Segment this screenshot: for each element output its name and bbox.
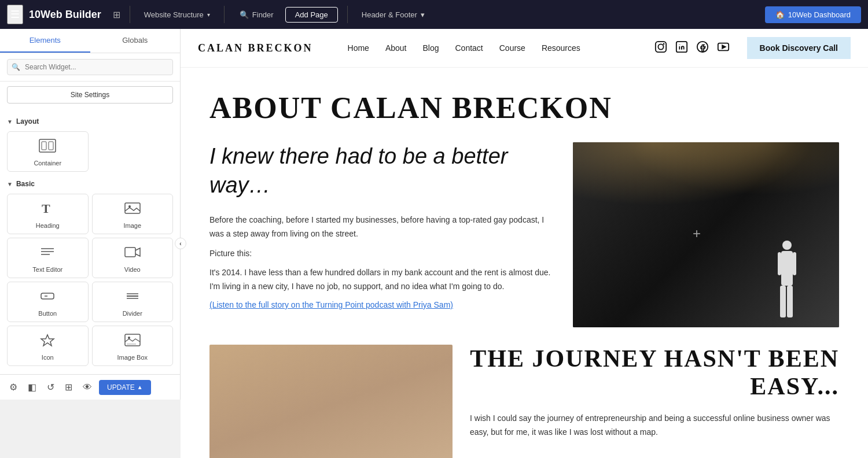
widget-icon-icon xyxy=(39,333,56,350)
widget-container[interactable]: Container xyxy=(7,131,89,172)
sidebar-tabs: Elements Globals xyxy=(0,29,180,53)
widget-label: Divider xyxy=(123,310,142,317)
nav-blog[interactable]: Blog xyxy=(422,43,439,53)
widget-text-editor[interactable]: Text Editor xyxy=(7,238,89,278)
svg-rect-1 xyxy=(42,142,46,150)
svg-rect-19 xyxy=(655,41,665,51)
responsive-button[interactable]: ⊞ xyxy=(61,378,76,396)
stage-image: + xyxy=(573,142,839,327)
site-header: Calan Breckon Home About Blog Contact Co… xyxy=(181,29,868,68)
sidebar-collapse-handle[interactable]: ‹ xyxy=(175,238,186,249)
widget-button[interactable]: Button xyxy=(7,282,89,322)
preview-button[interactable]: 👁 xyxy=(79,379,95,396)
nav-contact[interactable]: Contact xyxy=(455,43,483,53)
update-button[interactable]: UPDATE ▲ xyxy=(99,380,151,395)
basic-widgets-grid: T Heading Image xyxy=(0,190,180,370)
widget-image[interactable]: Image xyxy=(92,194,174,234)
youtube-icon[interactable] xyxy=(717,40,730,56)
svg-rect-9 xyxy=(125,248,135,257)
content-row-1: I knew there had to be a better way… Bef… xyxy=(209,142,839,327)
button-icon xyxy=(39,289,56,306)
svg-rect-29 xyxy=(782,241,792,250)
grid-icon[interactable]: ⊞ xyxy=(113,9,120,20)
svg-rect-34 xyxy=(787,286,793,317)
journey-section: The Journey Hasn't Been Easy... I wish I… xyxy=(470,345,839,439)
svg-marker-28 xyxy=(722,45,726,49)
sidebar-wrapper: Elements Globals 🔍 Site Settings ▼ Layou… xyxy=(0,29,181,458)
nav-about[interactable]: About xyxy=(385,43,407,53)
app-logo: 10Web Builder xyxy=(29,9,101,21)
settings-button[interactable]: ⚙ xyxy=(6,378,21,396)
layers-button[interactable]: ◧ xyxy=(24,378,40,396)
about-heading: About Calan Breckon xyxy=(209,91,839,125)
divider xyxy=(130,6,130,23)
page-content: About Calan Breckon I knew there had to … xyxy=(181,68,868,458)
nav-course[interactable]: Course xyxy=(499,43,525,53)
history-button[interactable]: ↺ xyxy=(43,378,58,396)
search-input[interactable] xyxy=(7,59,173,75)
svg-text:T: T xyxy=(42,201,50,215)
responsive-icon: ⊞ xyxy=(65,382,72,392)
widget-label: Image xyxy=(123,222,141,229)
container-icon xyxy=(39,139,56,156)
sidebar-content: ▼ Layout Container ▼ Basic xyxy=(0,108,180,374)
svg-rect-33 xyxy=(780,286,786,317)
site-nav: Home About Blog Contact Course Resources xyxy=(348,43,643,53)
body-text-1: Before the coaching, before I started my… xyxy=(209,213,556,241)
website-structure-button[interactable]: Website Structure ▾ xyxy=(139,8,215,21)
podcast-link[interactable]: (Listen to the full story on the Turning… xyxy=(209,300,453,309)
basic-section-header[interactable]: ▼ Basic xyxy=(0,175,180,190)
chevron-up-icon: ▲ xyxy=(137,384,143,390)
layout-widgets-grid: Container xyxy=(0,128,180,175)
content-row-2: The Journey Hasn't Been Easy... I wish I… xyxy=(209,345,839,458)
heading-icon: T xyxy=(39,201,56,219)
layout-section-header[interactable]: ▼ Layout xyxy=(0,113,180,128)
dashboard-button[interactable]: 🏠 10Web Dashboard xyxy=(765,6,861,23)
tab-globals[interactable]: Globals xyxy=(90,29,181,53)
widget-divider[interactable]: Divider xyxy=(92,282,174,322)
nav-resources[interactable]: Resources xyxy=(542,43,580,53)
svg-point-21 xyxy=(663,43,664,45)
header-footer-button[interactable]: Header & Footer ▾ xyxy=(357,8,429,21)
svg-point-20 xyxy=(658,44,663,49)
site-settings-button[interactable]: Site Settings xyxy=(7,86,173,104)
linkedin-icon[interactable] xyxy=(675,40,688,56)
top-bar: ☰ 10Web Builder ⊞ Website Structure ▾ 🔍 … xyxy=(0,0,868,29)
divider-icon xyxy=(124,289,141,306)
svg-marker-15 xyxy=(41,335,54,346)
site-logo: Calan Breckon xyxy=(198,42,313,54)
sidebar: Elements Globals 🔍 Site Settings ▼ Layou… xyxy=(0,29,181,400)
journey-heading: The Journey Hasn't Been Easy... xyxy=(470,345,839,400)
widget-icon-widget[interactable]: Icon xyxy=(7,326,89,366)
canvas: Calan Breckon Home About Blog Contact Co… xyxy=(181,29,868,458)
finder-button[interactable]: 🔍 Finder xyxy=(234,8,279,21)
instagram-icon[interactable] xyxy=(654,40,667,56)
image-box-icon xyxy=(124,333,141,350)
widget-label: Heading xyxy=(36,222,60,229)
hamburger-menu-button[interactable]: ☰ xyxy=(7,5,23,24)
facebook-icon[interactable] xyxy=(696,40,709,56)
tagline: I knew there had to be a better way… xyxy=(209,142,556,200)
chevron-down-icon: ▾ xyxy=(421,10,425,19)
stage-image-container: + xyxy=(573,142,839,327)
person-image xyxy=(209,345,453,458)
settings-icon: ⚙ xyxy=(9,382,17,392)
text-editor-icon xyxy=(39,245,56,263)
widget-image-box[interactable]: Image Box xyxy=(92,326,174,366)
widget-label: Image Box xyxy=(117,354,148,361)
widget-video[interactable]: Video xyxy=(92,238,174,278)
svg-rect-31 xyxy=(778,252,781,275)
svg-rect-4 xyxy=(125,203,140,213)
widget-heading[interactable]: T Heading xyxy=(7,194,89,234)
nav-home[interactable]: Home xyxy=(348,43,369,53)
arrow-down-icon: ▼ xyxy=(7,181,13,187)
tab-elements[interactable]: Elements xyxy=(0,29,90,53)
book-discovery-button[interactable]: Book Discovery Call xyxy=(747,37,851,59)
add-page-button[interactable]: Add Page xyxy=(285,7,338,23)
svg-rect-30 xyxy=(781,251,793,286)
journey-text: I wish I could say the journey of entrep… xyxy=(470,412,839,439)
bottom-toolbar: ⚙ ◧ ↺ ⊞ 👁 UPDATE ▲ xyxy=(0,374,180,400)
widget-label: Video xyxy=(124,266,141,273)
svg-rect-32 xyxy=(793,252,796,275)
search-icon: 🔍 xyxy=(240,10,249,19)
